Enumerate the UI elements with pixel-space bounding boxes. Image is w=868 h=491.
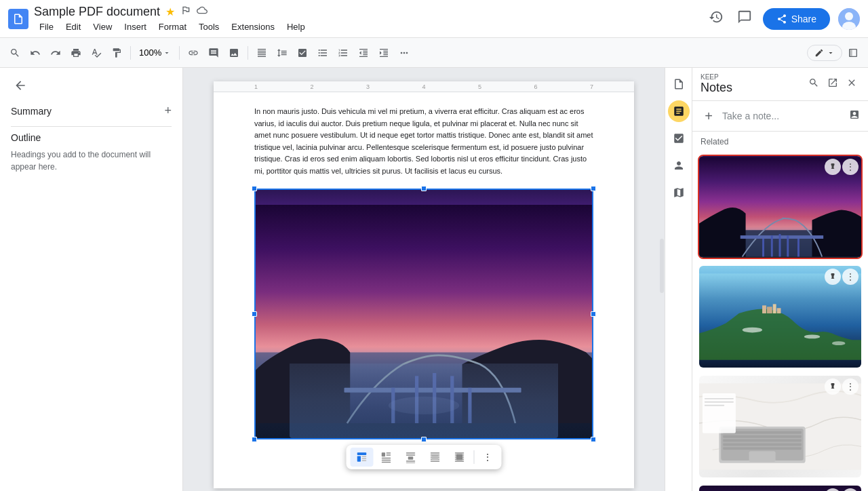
note-card-2[interactable]: ⋮ bbox=[698, 264, 863, 369]
svg-point-56 bbox=[832, 341, 846, 345]
card-pin-button-4[interactable] bbox=[825, 488, 841, 491]
svg-rect-21 bbox=[382, 457, 391, 458]
sidebar-toggle-docs[interactable] bbox=[668, 73, 690, 95]
card-pin-button-1[interactable] bbox=[825, 159, 841, 175]
print-button[interactable] bbox=[66, 43, 85, 62]
note-expand-button[interactable] bbox=[849, 109, 860, 123]
notes-close-button[interactable] bbox=[844, 75, 860, 94]
outline-hint: Headings you add to the document will ap… bbox=[11, 149, 172, 173]
document-area[interactable]: 1234567 In non mauris justo. Duis vehicu… bbox=[183, 68, 665, 491]
menu-insert[interactable]: Insert bbox=[119, 20, 152, 33]
note-card-1[interactable]: ⋮ bbox=[698, 155, 863, 259]
right-icon-panel bbox=[665, 68, 692, 491]
handle-middle-left[interactable] bbox=[252, 311, 257, 317]
handle-top-center[interactable] bbox=[421, 186, 427, 191]
star-icon[interactable]: ★ bbox=[165, 5, 175, 18]
edit-mode-button[interactable] bbox=[807, 45, 842, 61]
handle-top-left[interactable] bbox=[252, 186, 257, 191]
zoom-selector[interactable]: 100% bbox=[135, 46, 175, 59]
spellcheck-button[interactable] bbox=[87, 43, 106, 62]
handle-bottom-center[interactable] bbox=[421, 437, 427, 442]
handle-middle-right[interactable] bbox=[591, 311, 596, 317]
svg-rect-43 bbox=[741, 235, 823, 239]
back-button[interactable] bbox=[11, 76, 30, 98]
note-card-3[interactable]: ⋮ bbox=[698, 374, 863, 479]
maps-icon-button[interactable] bbox=[668, 182, 690, 203]
handle-bottom-left[interactable] bbox=[252, 437, 257, 442]
img-more-options[interactable]: ⋮ bbox=[477, 448, 498, 467]
svg-rect-69 bbox=[705, 405, 724, 406]
take-note-placeholder[interactable]: Take a note... bbox=[722, 111, 844, 121]
menu-extensions[interactable]: Extensions bbox=[226, 20, 280, 33]
tasks-icon-button[interactable] bbox=[668, 127, 690, 149]
redo-button[interactable] bbox=[46, 43, 65, 62]
note-card-4[interactable]: ⋮ bbox=[698, 484, 863, 491]
notes-panel-header: KEEP Notes bbox=[692, 68, 868, 101]
svg-rect-27 bbox=[406, 460, 416, 462]
menu-view[interactable]: View bbox=[87, 20, 117, 33]
notes-panel: KEEP Notes + Take a note... bbox=[692, 68, 868, 491]
history-button[interactable] bbox=[706, 7, 726, 31]
img-wrap-button[interactable] bbox=[375, 448, 398, 467]
align-button[interactable] bbox=[252, 43, 271, 62]
menu-format[interactable]: Format bbox=[153, 20, 192, 33]
link-button[interactable] bbox=[184, 43, 203, 62]
document-title[interactable]: Sample PDF document bbox=[34, 5, 160, 19]
card-pin-button-3[interactable] bbox=[825, 378, 841, 395]
svg-rect-45 bbox=[771, 235, 773, 256]
svg-rect-39 bbox=[455, 460, 465, 462]
user-avatar[interactable] bbox=[838, 8, 860, 30]
toggle-sidebar-button[interactable] bbox=[844, 43, 863, 62]
image-insert-button[interactable] bbox=[224, 43, 243, 62]
card-more-button-4[interactable]: ⋮ bbox=[842, 488, 859, 491]
notes-search-button[interactable] bbox=[806, 75, 822, 94]
svg-rect-16 bbox=[362, 458, 367, 459]
card-more-button-1[interactable]: ⋮ bbox=[842, 159, 859, 175]
scrollbar-thumb[interactable] bbox=[660, 239, 664, 293]
comment-button[interactable] bbox=[204, 43, 223, 62]
img-behind-button[interactable] bbox=[424, 448, 447, 467]
svg-rect-8 bbox=[415, 376, 418, 423]
notes-external-button[interactable] bbox=[825, 75, 841, 94]
format-paint-button[interactable] bbox=[107, 43, 126, 62]
img-inline-button[interactable] bbox=[351, 448, 374, 467]
card-more-button-3[interactable]: ⋮ bbox=[842, 378, 859, 395]
notes-icon-button[interactable] bbox=[668, 100, 690, 122]
numbered-list-button[interactable] bbox=[334, 43, 353, 62]
menu-help[interactable]: Help bbox=[281, 20, 311, 33]
cloud-save-icon[interactable] bbox=[197, 5, 208, 18]
svg-rect-64 bbox=[723, 447, 802, 450]
share-button[interactable]: Share bbox=[763, 8, 830, 30]
document-image[interactable] bbox=[254, 189, 593, 439]
checklist-button[interactable] bbox=[293, 43, 312, 62]
img-front-button[interactable] bbox=[448, 448, 471, 467]
img-break-button[interactable] bbox=[399, 448, 422, 467]
svg-rect-44 bbox=[762, 239, 764, 256]
svg-rect-9 bbox=[433, 373, 436, 423]
chat-button[interactable] bbox=[734, 7, 755, 31]
card-more-button-2[interactable]: ⋮ bbox=[842, 269, 859, 285]
card-pin-button-2[interactable] bbox=[825, 269, 841, 285]
handle-bottom-right[interactable] bbox=[591, 437, 596, 442]
line-spacing-button[interactable] bbox=[273, 43, 292, 62]
take-note-bar[interactable]: + Take a note... bbox=[692, 101, 868, 132]
more-options-button[interactable] bbox=[395, 43, 414, 62]
svg-rect-51 bbox=[767, 307, 772, 313]
add-summary-button[interactable]: + bbox=[164, 104, 172, 118]
undo-button[interactable] bbox=[26, 43, 45, 62]
indent-more-button[interactable] bbox=[374, 43, 393, 62]
zoom-value: 100% bbox=[139, 47, 161, 58]
menu-edit[interactable]: Edit bbox=[60, 20, 86, 33]
add-note-button[interactable]: + bbox=[701, 108, 717, 124]
bullet-list-button[interactable] bbox=[313, 43, 332, 62]
note-card-actions-1: ⋮ bbox=[825, 159, 859, 175]
menu-tools[interactable]: Tools bbox=[193, 20, 224, 33]
indent-less-button[interactable] bbox=[354, 43, 373, 62]
version-history-icon[interactable] bbox=[180, 5, 191, 18]
selected-image-container[interactable]: ⋮ bbox=[254, 189, 593, 439]
menu-file[interactable]: File bbox=[34, 20, 59, 33]
handle-top-right[interactable] bbox=[591, 186, 596, 191]
scrollbar[interactable] bbox=[659, 68, 665, 491]
search-button[interactable] bbox=[5, 43, 24, 62]
contacts-icon-button[interactable] bbox=[668, 155, 690, 176]
